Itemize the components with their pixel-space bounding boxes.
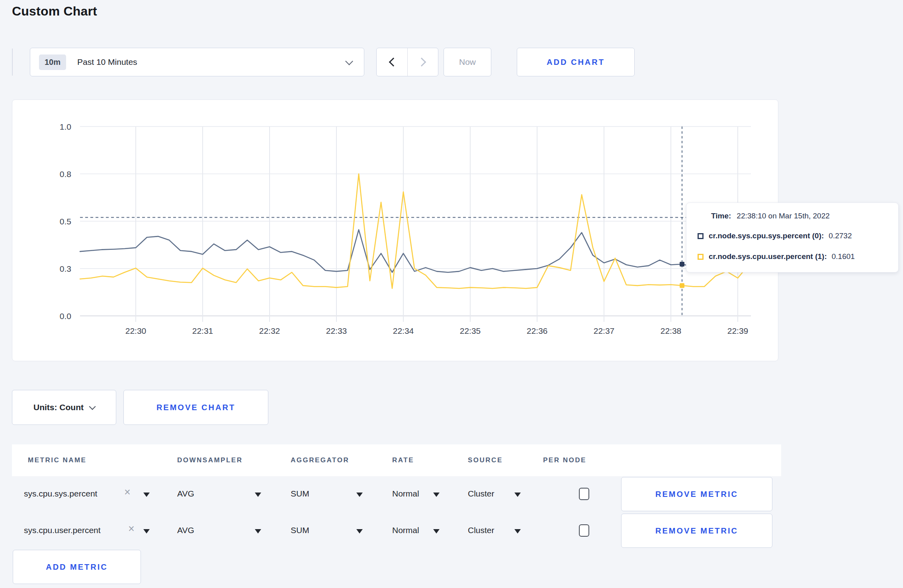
column-header-rate: RATE	[392, 456, 414, 464]
downsampler-select[interactable]: AVG	[177, 526, 194, 535]
chevron-left-icon	[389, 58, 398, 67]
time-step-button-group	[376, 48, 438, 76]
time-range-dropdown[interactable]: 10m Past 10 Minutes	[30, 48, 364, 76]
svg-text:1.0: 1.0	[60, 122, 71, 131]
clear-metric-icon[interactable]: ×	[128, 524, 135, 534]
chart-hover-tooltip: Time:22:38:10 on Mar 15th, 2022 cr.node.…	[686, 202, 899, 273]
source-caret-icon[interactable]	[514, 493, 521, 497]
add-chart-button[interactable]: ADD CHART	[517, 48, 635, 76]
add-metric-button[interactable]: ADD METRIC	[13, 550, 141, 584]
rate-select[interactable]: Normal	[392, 526, 419, 535]
metric-name-value[interactable]: sys.cpu.user.percent	[24, 526, 101, 535]
sys-series-swatch-icon	[698, 233, 704, 239]
column-header-downsampler: DOWNSAMPLER	[177, 456, 242, 464]
aggregator-caret-icon[interactable]	[356, 529, 363, 533]
svg-text:0.5: 0.5	[60, 217, 71, 226]
column-header-aggregator: AGGREGATOR	[291, 456, 349, 464]
source-select[interactable]: Cluster	[468, 489, 494, 498]
svg-text:0.0: 0.0	[60, 312, 71, 321]
chevron-down-icon	[89, 403, 96, 410]
metric-table-row: sys.cpu.sys.percent × AVG SUM Normal Clu…	[12, 476, 781, 512]
tooltip-time-value: 22:38:10 on Mar 15th, 2022	[737, 212, 829, 220]
svg-text:22:35: 22:35	[460, 326, 481, 335]
chevron-down-icon	[345, 57, 353, 65]
svg-text:0.8: 0.8	[60, 169, 71, 179]
column-header-source: SOURCE	[468, 456, 503, 464]
svg-text:22:33: 22:33	[326, 326, 347, 335]
metric-table-row: sys.cpu.user.percent × AVG SUM Normal Cl…	[12, 512, 781, 549]
aggregator-select[interactable]: SUM	[291, 526, 309, 535]
svg-text:22:30: 22:30	[125, 326, 147, 335]
page-title: Custom Chart	[12, 4, 97, 19]
aggregator-caret-icon[interactable]	[356, 493, 363, 497]
tooltip-series-label: cr.node.sys.cpu.sys.percent (0):	[709, 232, 824, 240]
svg-text:22:38: 22:38	[661, 326, 682, 335]
chart-card: 0.00.30.50.81.022:3022:3122:3222:3322:34…	[12, 99, 778, 361]
units-label: Units: Count	[33, 403, 84, 412]
clear-metric-icon[interactable]: ×	[124, 487, 131, 498]
tooltip-series-row: cr.node.sys.cpu.sys.percent (0): 0.2732	[698, 232, 852, 240]
per-node-checkbox[interactable]	[579, 524, 589, 537]
tooltip-series-value: 0.2732	[829, 232, 852, 240]
svg-text:22:32: 22:32	[259, 326, 280, 335]
time-window-badge: 10m	[39, 55, 66, 70]
now-button[interactable]: Now	[444, 48, 491, 76]
per-node-checkbox[interactable]	[579, 488, 589, 500]
cpu-percent-chart[interactable]: 0.00.30.50.81.022:3022:3122:3222:3322:34…	[12, 100, 778, 360]
tooltip-series-row: cr.node.sys.cpu.user.percent (1): 0.1601	[698, 252, 855, 261]
remove-metric-button[interactable]: REMOVE METRIC	[621, 477, 772, 511]
metric-dropdown-caret-icon[interactable]	[143, 493, 150, 497]
tooltip-series-label: cr.node.sys.cpu.user.percent (1):	[709, 252, 827, 261]
source-select[interactable]: Cluster	[468, 526, 494, 535]
downsampler-caret-icon[interactable]	[255, 493, 261, 497]
downsampler-select[interactable]: AVG	[177, 489, 194, 498]
svg-text:22:36: 22:36	[527, 326, 548, 335]
rate-caret-icon[interactable]	[433, 493, 440, 497]
svg-text:22:31: 22:31	[192, 326, 213, 335]
source-caret-icon[interactable]	[514, 529, 521, 533]
svg-text:22:34: 22:34	[393, 326, 414, 335]
svg-text:0.3: 0.3	[60, 264, 71, 273]
tooltip-series-value: 0.1601	[832, 252, 855, 261]
column-header-per-node: PER NODE	[543, 456, 586, 464]
column-header-metric-name: METRIC NAME	[28, 456, 86, 464]
time-window-label: Past 10 Minutes	[77, 57, 137, 67]
rate-select[interactable]: Normal	[392, 489, 419, 498]
metric-dropdown-caret-icon[interactable]	[143, 529, 150, 533]
downsampler-caret-icon[interactable]	[255, 529, 261, 533]
user-series-swatch-icon	[698, 254, 704, 260]
tooltip-time-label: Time:	[711, 212, 731, 220]
chevron-right-icon	[417, 58, 426, 67]
rate-caret-icon[interactable]	[433, 529, 440, 533]
aggregator-select[interactable]: SUM	[291, 489, 309, 498]
svg-text:22:37: 22:37	[594, 326, 615, 335]
units-dropdown[interactable]: Units: Count	[12, 390, 116, 425]
step-forward-button[interactable]	[407, 48, 438, 76]
remove-metric-button[interactable]: REMOVE METRIC	[621, 514, 772, 548]
metrics-table-header: METRIC NAME DOWNSAMPLER AGGREGATOR RATE …	[12, 444, 781, 476]
tooltip-time-row: Time:22:38:10 on Mar 15th, 2022	[711, 212, 830, 220]
remove-chart-button[interactable]: REMOVE CHART	[123, 390, 268, 425]
toolbar-left-divider	[12, 49, 13, 76]
svg-text:22:39: 22:39	[727, 326, 749, 335]
step-back-button[interactable]	[377, 48, 407, 76]
metric-name-value[interactable]: sys.cpu.sys.percent	[24, 489, 97, 498]
